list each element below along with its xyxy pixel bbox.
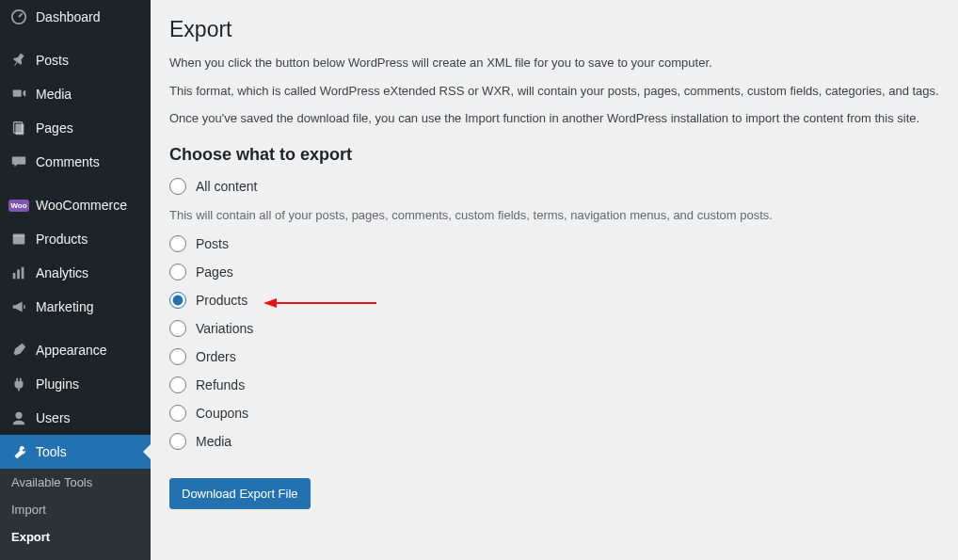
admin-sidebar: Dashboard Posts Media Pages Comments Woo…: [0, 0, 151, 560]
radio-label: Coupons: [196, 406, 248, 421]
radio-posts-input[interactable]: [169, 235, 186, 252]
sidebar-item-label: Products: [36, 232, 88, 247]
radio-all-content-input[interactable]: [169, 178, 186, 195]
export-description-3: Once you've saved the download file, you…: [169, 109, 939, 128]
marketing-icon: [9, 297, 28, 316]
svg-rect-7: [17, 269, 20, 279]
radio-products[interactable]: Products: [169, 292, 939, 309]
radio-label: Refunds: [196, 377, 245, 392]
svg-rect-4: [13, 235, 25, 244]
svg-marker-12: [263, 298, 277, 308]
sidebar-item-analytics[interactable]: Analytics: [0, 256, 151, 290]
sidebar-item-label: Marketing: [36, 299, 93, 314]
sidebar-item-label: Appearance: [36, 343, 107, 358]
radio-pages-input[interactable]: [169, 264, 186, 280]
sidebar-item-users[interactable]: Users: [0, 401, 151, 435]
radio-all-content[interactable]: All content: [169, 178, 939, 195]
radio-label: Orders: [196, 349, 236, 364]
submenu-site-health[interactable]: Site Health: [0, 551, 151, 560]
sidebar-item-label: WooCommerce: [36, 198, 127, 213]
sidebar-item-media[interactable]: Media: [0, 77, 151, 111]
sidebar-item-comments[interactable]: Comments: [0, 145, 151, 179]
woocommerce-icon: Woo: [9, 196, 28, 215]
radio-orders[interactable]: Orders: [169, 348, 939, 365]
sidebar-item-label: Pages: [36, 120, 73, 136]
all-content-hint: This will contain all of your posts, pag…: [169, 206, 939, 225]
tools-submenu: Available Tools Import Export Site Healt…: [0, 469, 151, 560]
sidebar-item-label: Comments: [36, 154, 100, 169]
radio-coupons-input[interactable]: [169, 405, 186, 422]
radio-products-input[interactable]: [169, 292, 186, 309]
tools-icon: [9, 442, 28, 461]
radio-media-input[interactable]: [169, 433, 186, 450]
submenu-export[interactable]: Export: [0, 523, 151, 551]
submenu-import[interactable]: Import: [0, 496, 151, 523]
media-icon: [9, 85, 28, 104]
sidebar-item-dashboard[interactable]: Dashboard: [0, 0, 151, 34]
radio-posts[interactable]: Posts: [169, 235, 939, 252]
sidebar-item-label: Dashboard: [36, 9, 101, 24]
pin-icon: [9, 51, 28, 70]
submenu-available-tools[interactable]: Available Tools: [0, 469, 151, 496]
sidebar-item-products[interactable]: Products: [0, 222, 151, 256]
radio-pages[interactable]: Pages: [169, 264, 939, 280]
sidebar-item-marketing[interactable]: Marketing: [0, 290, 151, 324]
choose-heading: Choose what to export: [169, 145, 939, 165]
sidebar-item-tools[interactable]: Tools: [0, 435, 151, 469]
svg-rect-3: [15, 124, 24, 136]
svg-rect-1: [13, 90, 22, 97]
sidebar-item-label: Posts: [36, 53, 69, 68]
sidebar-item-label: Media: [36, 87, 72, 102]
radio-label: All content: [196, 179, 257, 194]
svg-rect-8: [22, 267, 24, 280]
appearance-icon: [9, 341, 28, 360]
page-title: Export: [169, 17, 939, 42]
radio-media[interactable]: Media: [169, 433, 939, 450]
sidebar-item-label: Tools: [36, 444, 67, 459]
sidebar-item-label: Users: [36, 410, 71, 425]
svg-rect-6: [13, 273, 16, 279]
pages-icon: [9, 119, 28, 137]
sidebar-item-posts[interactable]: Posts: [0, 43, 151, 77]
sidebar-item-label: Plugins: [36, 376, 79, 392]
radio-refunds[interactable]: Refunds: [169, 376, 939, 393]
users-icon: [9, 408, 28, 427]
export-description-2: This format, which is called WordPress e…: [169, 82, 939, 101]
comments-icon: [9, 152, 28, 171]
radio-label: Variations: [196, 321, 253, 336]
annotation-arrow-icon: [263, 296, 376, 311]
radio-variations-input[interactable]: [169, 320, 186, 337]
export-description-1: When you click the button below WordPres…: [169, 54, 939, 72]
download-export-button[interactable]: Download Export File: [169, 478, 311, 509]
analytics-icon: [9, 264, 28, 282]
radio-coupons[interactable]: Coupons: [169, 405, 939, 422]
radio-orders-input[interactable]: [169, 348, 186, 365]
sidebar-item-pages[interactable]: Pages: [0, 111, 151, 145]
svg-point-10: [15, 412, 22, 419]
radio-variations[interactable]: Variations: [169, 320, 939, 337]
sidebar-item-plugins[interactable]: Plugins: [0, 367, 151, 401]
radio-label: Posts: [196, 236, 229, 251]
main-content: Export When you click the button below W…: [151, 0, 958, 560]
radio-refunds-input[interactable]: [169, 376, 186, 393]
plugins-icon: [9, 375, 28, 393]
dashboard-icon: [9, 8, 28, 26]
sidebar-item-woocommerce[interactable]: Woo WooCommerce: [0, 188, 151, 222]
radio-label: Products: [196, 293, 247, 308]
sidebar-item-appearance[interactable]: Appearance: [0, 333, 151, 367]
radio-label: Media: [196, 434, 232, 449]
radio-label: Pages: [196, 264, 233, 280]
svg-rect-5: [13, 234, 25, 237]
sidebar-item-label: Analytics: [36, 265, 88, 280]
products-icon: [9, 230, 28, 248]
